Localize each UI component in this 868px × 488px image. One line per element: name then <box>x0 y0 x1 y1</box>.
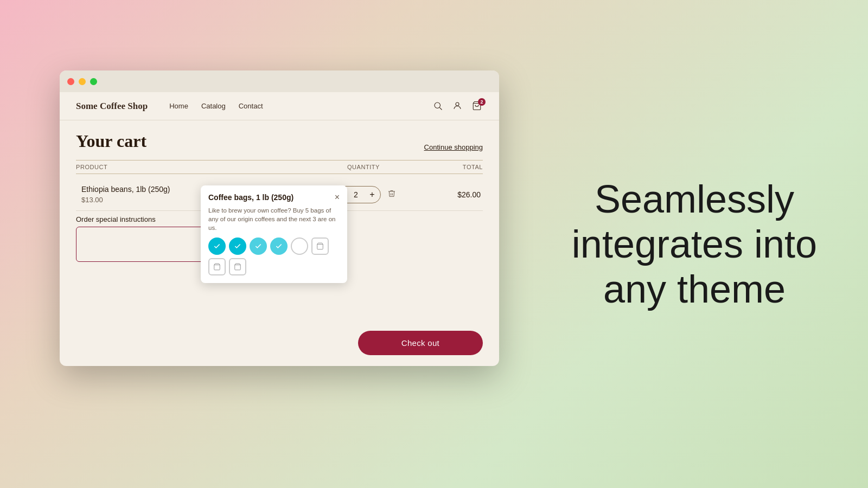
cart-title: Your cart <box>76 131 146 151</box>
svg-line-1 <box>439 107 442 110</box>
checkout-section: Check out <box>358 331 483 355</box>
close-button[interactable] <box>67 78 74 85</box>
col-quantity: QUANTITY <box>309 164 418 170</box>
upsell-tooltip: Coffee bags, 1 lb (250g) × Like to brew … <box>201 185 347 283</box>
tooltip-title: Coffee bags, 1 lb (250g) <box>208 193 293 202</box>
maximize-button[interactable] <box>90 78 97 85</box>
tooltip-item <box>291 237 308 255</box>
browser-content: Some Coffee Shop Home Catalog Contact 2 <box>60 92 499 366</box>
right-text-line3: any theme <box>603 267 786 310</box>
cart-header: Your cart Continue shopping <box>76 131 483 151</box>
nav-catalog[interactable]: Catalog <box>201 102 226 110</box>
instructions-textarea[interactable] <box>76 227 217 262</box>
delete-item-button[interactable] <box>387 189 396 200</box>
table-header: PRODUCT QUANTITY TOTAL <box>76 160 483 174</box>
cart-icon[interactable]: 2 <box>472 101 483 112</box>
minimize-button[interactable] <box>79 78 86 85</box>
tooltip-bag-item <box>311 237 329 255</box>
account-icon[interactable] <box>452 101 463 112</box>
tooltip-header: Coffee bags, 1 lb (250g) × <box>208 193 340 202</box>
col-product: PRODUCT <box>76 164 309 170</box>
tooltip-items <box>208 237 340 275</box>
nav-contact[interactable]: Contact <box>239 102 263 110</box>
tooltip-item <box>208 237 226 255</box>
increase-quantity-button[interactable]: + <box>364 187 380 203</box>
tooltip-close-button[interactable]: × <box>335 193 340 202</box>
browser-window: Some Coffee Shop Home Catalog Contact 2 <box>60 70 499 366</box>
tooltip-bag-item <box>229 258 246 275</box>
brand-logo: Some Coffee Shop <box>76 101 148 112</box>
search-icon[interactable] <box>433 101 444 112</box>
right-panel: Seamlessly integrates into any theme <box>564 177 825 311</box>
right-text-line2: integrates into <box>572 222 817 266</box>
continue-shopping-link[interactable]: Continue shopping <box>424 143 483 151</box>
quantity-value: 2 <box>348 190 364 199</box>
item-total: $26.00 <box>418 190 483 199</box>
nav-icons: 2 <box>433 101 483 112</box>
tooltip-item <box>229 237 246 255</box>
navigation: Some Coffee Shop Home Catalog Contact 2 <box>60 92 499 120</box>
nav-links: Home Catalog Contact <box>169 102 433 110</box>
main-content: Your cart Continue shopping PRODUCT QUAN… <box>60 120 499 366</box>
right-text-line1: Seamlessly <box>595 177 794 221</box>
cart-badge: 2 <box>478 98 486 106</box>
tooltip-description: Like to brew your own coffee? Buy 5 bags… <box>208 206 340 232</box>
nav-home[interactable]: Home <box>169 102 188 110</box>
svg-point-0 <box>435 102 441 108</box>
tooltip-item <box>250 237 267 255</box>
checkout-button[interactable]: Check out <box>358 331 483 355</box>
svg-point-2 <box>456 102 459 106</box>
title-bar <box>60 70 499 92</box>
tooltip-item <box>270 237 288 255</box>
tooltip-bag-item <box>208 258 226 275</box>
col-total: TOTAL <box>418 164 483 170</box>
